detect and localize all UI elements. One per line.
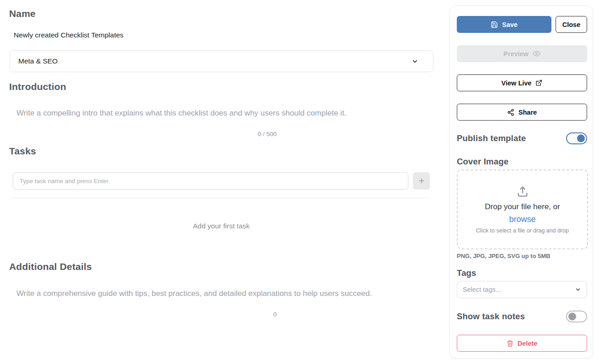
checklist-template-editor: Name Newly created Checklist Templates M… [0,0,599,364]
tasks-divider [13,198,430,198]
introduction-char-counter: 0 / 500 [258,131,277,137]
additional-details-heading: Additional Details [9,261,92,272]
add-task-button[interactable] [413,172,430,190]
preview-button[interactable]: Preview [457,45,587,62]
category-select[interactable]: Meta & SEO [10,50,433,72]
chevron-down-icon [575,286,581,293]
toggle-knob [577,135,585,142]
tasks-empty-state: Add your first task [0,222,443,230]
preview-button-label: Preview [503,50,529,58]
dropzone-hint: Click to select a file or drag and drop [476,227,569,234]
additional-details-char-counter: 0 [273,311,277,318]
cover-image-dropzone[interactable]: Drop your file here, or browse Click to … [457,169,588,249]
tags-select-placeholder: Select tags... [463,286,501,293]
publish-template-label: Publish template [457,133,526,143]
settings-panel: Save Close Preview View Live Share Publi… [449,5,593,359]
external-link-icon [535,79,542,86]
tags-heading: Tags [457,268,476,278]
close-button[interactable]: Close [556,16,587,33]
delete-button-label: Delete [518,340,538,347]
publish-template-row: Publish template [457,132,587,144]
chevron-down-icon [412,58,418,65]
dropzone-text: Drop your file here, or [485,202,560,211]
close-button-label: Close [562,21,581,28]
additional-details-textarea[interactable]: Write a comprehensive guide with tips, b… [16,289,437,298]
plus-icon [418,177,425,185]
share-icon [507,109,514,116]
cover-image-heading: Cover Image [457,157,508,167]
share-button[interactable]: Share [457,104,587,121]
view-live-button[interactable]: View Live [457,74,587,91]
main-content: Name Newly created Checklist Templates M… [0,0,443,364]
tasks-heading: Tasks [9,146,36,157]
tags-select[interactable]: Select tags... [457,281,587,298]
publish-template-toggle[interactable] [566,132,587,144]
view-live-button-label: View Live [502,79,532,87]
save-icon [491,21,498,28]
task-name-input[interactable] [13,172,408,190]
name-heading: Name [9,8,36,19]
introduction-textarea[interactable]: Write a compelling intro that explains w… [16,109,410,118]
upload-icon [516,185,529,198]
show-task-notes-row: Show task notes [457,311,587,322]
show-task-notes-label: Show task notes [457,311,525,322]
eye-icon [533,50,540,58]
save-button[interactable]: Save [457,16,551,33]
show-task-notes-toggle[interactable] [566,311,587,322]
file-formats-note: PNG, JPG, JPEG, SVG up to 5MB [457,253,550,259]
delete-button[interactable]: Delete [457,335,587,352]
trash-icon [507,340,513,347]
share-button-label: Share [519,109,537,116]
browse-link[interactable]: browse [509,215,535,224]
category-select-value: Meta & SEO [18,57,58,65]
save-button-label: Save [502,21,518,28]
introduction-heading: Introduction [9,81,66,92]
toggle-knob [568,313,576,321]
template-name-field[interactable]: Newly created Checklist Templates [14,31,123,39]
